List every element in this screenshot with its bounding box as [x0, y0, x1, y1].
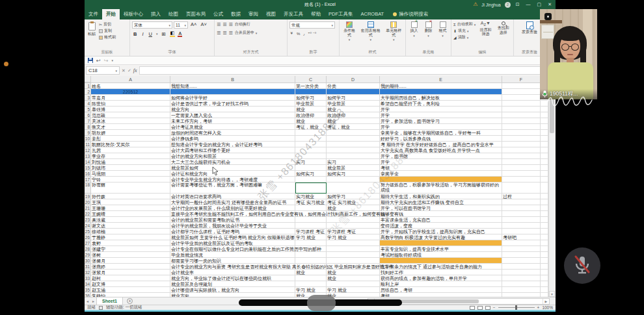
cell-G30[interactable] [541, 258, 548, 264]
cell-D28[interactable] [327, 246, 380, 252]
ribbon-tab-13[interactable]: ACROBAT [357, 9, 388, 19]
cell-D32[interactable]: 就业 [327, 270, 380, 275]
cell-G18[interactable] [541, 183, 548, 194]
ribbon-tab-3[interactable]: 插入 [147, 9, 165, 19]
cell-D34[interactable] [327, 281, 380, 287]
qat-customize-icon[interactable]: ▾ [111, 58, 113, 62]
copy-button[interactable]: 复制 [99, 28, 116, 34]
cell-A5[interactable]: 单钰博 [91, 107, 170, 112]
cell-G33[interactable] [541, 275, 548, 281]
sort-filter-button[interactable]: AZ▼排序和筛选 [477, 21, 493, 50]
cell-D2[interactable] [327, 89, 380, 95]
row-header-14[interactable]: 14 [85, 159, 91, 165]
cell-B16[interactable]: 会计证和就业方向 [170, 171, 295, 177]
cell-A15[interactable]: 刘镇玮 [91, 165, 170, 171]
autosum-button[interactable]: Σ自动求和▾ [453, 21, 476, 27]
cell-C20[interactable]: 考证 实习就业 [295, 199, 327, 205]
cell-F24[interactable] [502, 223, 541, 229]
font-size-select[interactable]: 11▾ [174, 21, 188, 29]
cell-B2[interactable] [170, 89, 295, 95]
row-header-20[interactable]: 20 [85, 199, 91, 205]
cell-C32[interactable]: 就业 [295, 270, 327, 275]
cell-C35[interactable]: 学习 就业 [295, 287, 327, 293]
decimal-icons[interactable]: ⁺⁰ ⁻⁰ [308, 31, 316, 36]
column-header-A[interactable]: A [91, 76, 170, 82]
mute-button[interactable] [564, 247, 600, 284]
cell-C14[interactable]: 实习 [295, 159, 327, 165]
cell-A31[interactable]: 张燕婷 [91, 264, 170, 270]
cell-E3[interactable]: 大学期间历练自己，解决短板 [380, 95, 502, 101]
cancel-icon[interactable]: ✕ [122, 68, 126, 73]
cell-F3[interactable] [502, 95, 541, 101]
cell-D17[interactable] [327, 177, 380, 183]
undo-button[interactable]: ↩ [96, 58, 101, 64]
cell-C34[interactable] [295, 281, 327, 287]
paste-button[interactable]: 粘贴 [87, 21, 97, 50]
cell-A3[interactable]: 常嘉月 [91, 95, 170, 101]
cell-G34[interactable] [541, 281, 548, 287]
number-format-select[interactable]: 常规▾ [289, 21, 335, 29]
cell-D30[interactable] [327, 258, 380, 264]
cell-A30[interactable]: 张馨月 [91, 258, 170, 264]
clear-button[interactable]: ◢清除▾ [453, 34, 476, 40]
cell-C13[interactable] [295, 153, 327, 159]
cell-F34[interactable] [502, 281, 541, 287]
cell-F10[interactable] [502, 136, 541, 142]
cell-D19[interactable]: 如何学习 [327, 194, 380, 199]
cell-F25[interactable] [502, 229, 541, 234]
fx-icon[interactable]: fx [133, 68, 137, 73]
cell-F27[interactable] [502, 240, 541, 246]
cell-F12[interactable] [502, 147, 541, 153]
cell-C6[interactable]: 政治信仰 [295, 112, 327, 118]
accounting-format-icon[interactable]: ￥ [289, 31, 293, 36]
cell-G10[interactable] [541, 136, 548, 142]
cell-A12[interactable]: 孔茜 [91, 147, 170, 153]
column-header-C[interactable]: C [295, 76, 327, 82]
cell-B12[interactable]: 会计大四考研和工作哪个更好 [170, 147, 295, 153]
cell-F16[interactable] [502, 171, 541, 177]
cell-B3[interactable]: 如何将会计学学好 [170, 95, 295, 101]
ribbon-tab-11[interactable]: 帮助 [307, 9, 325, 19]
name-box[interactable]: C18▾ [86, 66, 120, 75]
cell-A13[interactable]: 李业存 [91, 153, 170, 159]
cell-G13[interactable] [541, 153, 548, 159]
cell-D25[interactable]: 学习课程 考证 [327, 229, 380, 234]
vertical-scrollbar[interactable]: ▲ ▼ [548, 76, 554, 297]
cell-E35[interactable]: 历练自己，考研 [380, 287, 502, 293]
cell-B20[interactable]: 大学期间一般什么时间去实习 还有哪些是含金量高的证书 [170, 199, 295, 205]
redo-button[interactable]: ↪ [104, 58, 109, 64]
row-header-24[interactable]: 24 [85, 223, 91, 229]
cell-E9[interactable]: 拿奖学金，能够在大学期间锻炼自己，学好每一科 [380, 130, 502, 136]
cell-B24[interactable]: 会计学的就业前景，我朋友说会计毕业等于失业 [170, 223, 295, 229]
underline-dropdown-icon[interactable]: ▾ [156, 32, 158, 36]
ribbon-tab-6[interactable]: 公式 [209, 9, 227, 19]
cell-D1[interactable]: 分类 [327, 83, 380, 89]
cell-B8[interactable]: 会计考证及就业 [170, 124, 295, 130]
row-header-17[interactable]: 17 [85, 177, 91, 183]
cell-E13[interactable]: 开学，图书馆 [380, 153, 502, 159]
row-header-26[interactable]: 26 [85, 234, 91, 240]
cell-G16[interactable] [541, 171, 548, 177]
cell-E10[interactable]: 好好学习，以后多挣点钱 [380, 136, 502, 142]
row-header-31[interactable]: 31 [85, 264, 91, 270]
font-color-button[interactable]: A [178, 31, 182, 37]
cell-C17[interactable] [295, 177, 327, 183]
cell-G17[interactable] [541, 177, 548, 183]
cell-E31[interactable]: 在学有余力的情况下 通过参与活动提升自身的能力 [380, 264, 502, 270]
cell-A16[interactable]: 马境阳 [91, 171, 170, 177]
cell-G23[interactable] [541, 217, 548, 223]
cell-A34[interactable]: 赵文博 [91, 281, 170, 287]
cell-C15[interactable] [295, 165, 327, 171]
row-header-19[interactable]: 19 [85, 194, 91, 199]
cell-C19[interactable]: 实习就业 [295, 194, 327, 199]
select-all-corner[interactable] [85, 76, 91, 82]
cell-G7[interactable] [541, 118, 548, 124]
cell-B4[interactable]: 会计是否供过于求，毕业了好找工作吗 [170, 101, 295, 107]
cell-E27[interactable] [380, 240, 502, 246]
cell-A26[interactable]: 于雅静 [91, 234, 170, 240]
row-header-10[interactable]: 10 [85, 136, 91, 142]
align-top-icon[interactable]: ☰ [217, 22, 221, 27]
cell-A20[interactable]: 王琪 [91, 199, 170, 205]
cell-E18[interactable]: 努力锻炼自己，积极参加学校活动，学习方面能够获得好的成绩 [380, 183, 502, 194]
cell-D10[interactable] [327, 136, 380, 142]
